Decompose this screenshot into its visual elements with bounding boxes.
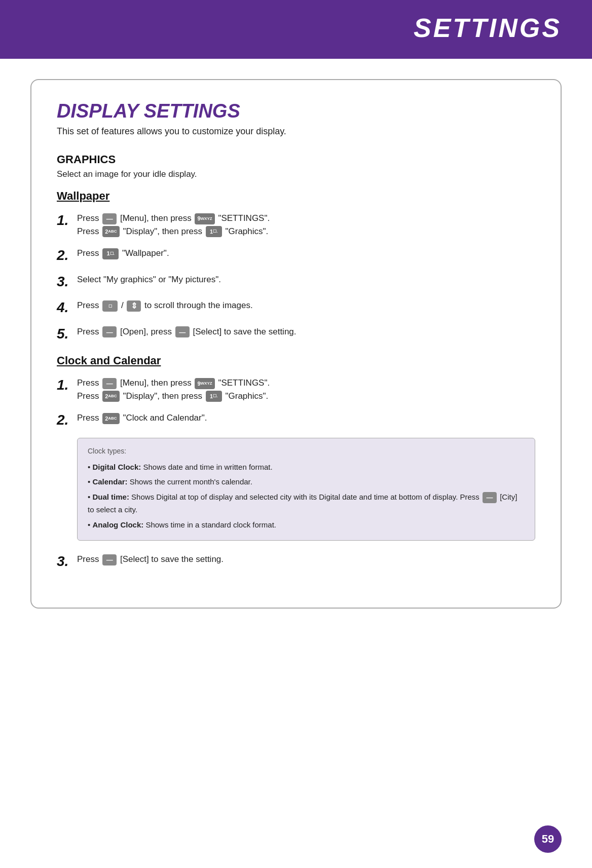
wallpaper-step-3: 3. Select "My graphics" or "My pictures"… (57, 273, 535, 290)
clock-types-info-box: Clock types: Digital Clock: Shows date a… (77, 438, 535, 541)
clock-step-2-content: Press 2ABC "Clock and Calendar". (77, 411, 535, 425)
clock-step-2: 2. Press 2ABC "Clock and Calendar". (57, 411, 535, 429)
clock-step-number-3: 3. (57, 553, 77, 570)
wallpaper-step-1: 1. Press — [Menu], then press 9WXYZ "SET… (57, 212, 535, 238)
key-9wxyz: 9WXYZ (195, 213, 214, 224)
select-key-clock: — (102, 554, 117, 565)
main-content: DISPLAY SETTINGS This set of features al… (0, 59, 592, 639)
clock-step-number-1: 1. (57, 376, 77, 394)
scroll-key-right: ⇕ (127, 300, 141, 312)
step-number-1: 1. (57, 212, 77, 229)
graphics-section-desc: Select an image for your idle display. (57, 169, 535, 179)
content-card: DISPLAY SETTINGS This set of features al… (30, 79, 562, 609)
city-key: — (483, 492, 497, 503)
step-number-5: 5. (57, 325, 77, 343)
clock-menu-key: — (102, 378, 117, 389)
clock-type-analog: Analog Clock: Shows time in a standard c… (88, 518, 525, 532)
select-key-5: — (175, 326, 190, 337)
key-2abc-line1: 2ABC (102, 226, 119, 237)
clock-step-1: 1. Press — [Menu], then press 9WXYZ "SET… (57, 376, 535, 402)
key-1-line1: 1☐. (206, 226, 222, 237)
clock-step-3: 3. Press — [Select] to save the setting. (57, 553, 535, 570)
wallpaper-step-5: 5. Press — [Open], press — [Select] to s… (57, 325, 535, 343)
clock-step-1-content: Press — [Menu], then press 9WXYZ "SETTIN… (77, 376, 535, 402)
graphics-section-title: GRAPHICS (57, 153, 535, 166)
step-1-content: Press — [Menu], then press 9WXYZ "SETTIN… (77, 212, 535, 238)
clock-key-2abc-step2: 2ABC (102, 413, 119, 424)
clock-type-calendar: Calendar: Shows the current month's cale… (88, 475, 525, 488)
display-settings-desc: This set of features allows you to custo… (57, 126, 535, 137)
wallpaper-step-4: 4. Press ☐ / ⇕ to scroll through the ima… (57, 299, 535, 316)
display-settings-title: DISPLAY SETTINGS (57, 100, 535, 122)
page-number: 59 (534, 825, 562, 853)
clock-step-3-content: Press — [Select] to save the setting. (77, 553, 535, 566)
clock-step-number-2: 2. (57, 411, 77, 429)
step-3-content: Select "My graphics" or "My pictures". (77, 273, 535, 286)
step-5-content: Press — [Open], press — [Select] to save… (77, 325, 535, 338)
page-title: SETTINGS (414, 13, 562, 43)
clock-key-2abc: 2ABC (102, 391, 119, 402)
wallpaper-step-2: 2. Press 1☐. "Wallpaper". (57, 247, 535, 264)
wallpaper-section-title: Wallpaper (57, 190, 535, 203)
wallpaper-steps: 1. Press — [Menu], then press 9WXYZ "SET… (57, 212, 535, 342)
svg-text:☐: ☐ (108, 304, 112, 309)
clock-key-1: 1☐. (206, 391, 222, 402)
step-4-content: Press ☐ / ⇕ to scroll through the images… (77, 299, 535, 312)
step-2-content: Press 1☐. "Wallpaper". (77, 247, 535, 260)
clock-type-digital: Digital Clock: Shows date and time in wr… (88, 461, 525, 474)
clock-types-list: Digital Clock: Shows date and time in wr… (88, 461, 525, 532)
clock-type-dual: Dual time: Shows Digital at top of displ… (88, 490, 525, 516)
clock-types-label: Clock types: (88, 445, 525, 458)
open-key: — (102, 326, 117, 337)
step-number-4: 4. (57, 299, 77, 316)
clock-key-9wxyz: 9WXYZ (195, 378, 214, 389)
scroll-key-left: ☐ (102, 300, 118, 312)
key-1-step2: 1☐. (102, 248, 119, 259)
clock-steps: 1. Press — [Menu], then press 9WXYZ "SET… (57, 376, 535, 570)
menu-key: — (102, 213, 117, 224)
page-header: SETTINGS (0, 0, 592, 56)
step-number-3: 3. (57, 273, 77, 290)
clock-section-title: Clock and Calendar (57, 354, 535, 367)
step-number-2: 2. (57, 247, 77, 264)
